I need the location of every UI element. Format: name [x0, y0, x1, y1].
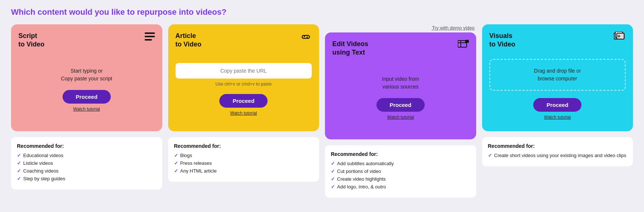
- svg-rect-2: [145, 39, 152, 41]
- edit-recommended-section: Recommended for: ✓ Add subtitles automat…: [325, 145, 476, 198]
- edit-recommended-title: Recommended for:: [331, 151, 470, 157]
- article-rec-item-0: ✓ Blogs: [174, 153, 314, 158]
- edit-card-title: Edit Videos using Text: [332, 40, 368, 57]
- script-watch-tutorial-link[interactable]: Watch tutorial: [73, 107, 100, 112]
- article-card-header: Article to Video: [176, 32, 312, 49]
- script-proceed-button[interactable]: Proceed: [63, 90, 111, 104]
- edit-rec-item-1: ✓ Cut portions of video: [331, 168, 470, 174]
- script-recommended-title: Recommended for:: [17, 143, 156, 149]
- edit-card: Edit Videos using Text Input video from …: [325, 32, 476, 139]
- check-icon-3: ✓: [17, 176, 21, 181]
- visuals-card-outer: Visuals to Video Drag and drop file or b…: [482, 24, 633, 166]
- check-icon-a0: ✓: [174, 153, 178, 158]
- check-icon-a1: ✓: [174, 160, 178, 166]
- check-icon-a2: ✓: [174, 168, 178, 174]
- article-recommended-section: Recommended for: ✓ Blogs ✓ Press release…: [168, 137, 319, 182]
- edit-btn-container: Proceed Watch tutorial: [376, 98, 425, 120]
- script-rec-item-1: ✓ Listicle videos: [17, 160, 156, 166]
- check-icon-e3: ✓: [331, 184, 335, 190]
- edit-card-content: Input video from various sources Proceed…: [332, 63, 469, 132]
- visuals-icon: [614, 32, 626, 44]
- script-card-title: Script to Video: [18, 32, 45, 49]
- visuals-rec-item-0: ✓ Create short videos using your existin…: [488, 153, 627, 158]
- script-content-text: Start typing or Copy paste your script: [61, 67, 112, 83]
- article-rec-item-1: ✓ Press releases: [174, 160, 314, 166]
- edit-card-outer: Try with demo video Edit Videos using Te…: [325, 24, 476, 198]
- article-proceed-button[interactable]: Proceed: [219, 94, 268, 108]
- script-card-content: Start typing or Copy paste your script P…: [18, 55, 155, 124]
- edit-proceed-button[interactable]: Proceed: [376, 98, 425, 112]
- visuals-card: Visuals to Video Drag and drop file or b…: [482, 24, 633, 131]
- script-rec-item-3: ✓ Step by step guides: [17, 176, 156, 181]
- article-card-content: Use ctrl+v or cmd+v to paste Proceed Wat…: [176, 55, 312, 124]
- check-icon-e1: ✓: [331, 168, 335, 174]
- url-input-wrapper: [176, 63, 312, 79]
- edit-content-text: Input video from various sources: [382, 75, 419, 91]
- visuals-card-content: Drag and drop file or browse computer Pr…: [489, 55, 626, 124]
- article-recommended-title: Recommended for:: [174, 143, 314, 149]
- check-icon-0: ✓: [17, 153, 21, 158]
- edit-rec-item-0: ✓ Add subtitles automatically: [331, 161, 470, 166]
- svg-rect-6: [465, 40, 469, 43]
- cards-container: Script to Video Start typing or Copy pas…: [11, 24, 633, 198]
- script-rec-item-2: ✓ Coaching videos: [17, 168, 156, 174]
- script-card-header: Script to Video: [18, 32, 155, 49]
- demo-link[interactable]: Try with demo video: [432, 25, 475, 31]
- edit-watch-tutorial-link[interactable]: Watch tutorial: [387, 115, 414, 120]
- url-hint: Use ctrl+v or cmd+v to paste: [215, 81, 272, 87]
- visuals-recommended-section: Recommended for: ✓ Create short videos u…: [482, 137, 633, 166]
- script-icon: [145, 32, 155, 43]
- demo-link-wrapper: Try with demo video: [325, 24, 476, 31]
- visuals-watch-tutorial-link[interactable]: Watch tutorial: [544, 115, 571, 120]
- edit-rec-item-3: ✓ Add logo, intro, & outro: [331, 184, 470, 190]
- script-btn-container: Proceed Watch tutorial: [63, 90, 111, 112]
- page-title: Which content would you like to repurpos…: [11, 7, 633, 17]
- script-card-outer: Script to Video Start typing or Copy pas…: [11, 24, 162, 190]
- visuals-card-title: Visuals to Video: [489, 32, 516, 49]
- script-recommended-section: Recommended for: ✓ Educational videos ✓ …: [11, 137, 162, 190]
- svg-rect-0: [145, 32, 155, 34]
- article-card-title: Article to Video: [176, 32, 202, 49]
- drop-zone[interactable]: Drag and drop file or browse computer: [489, 59, 626, 91]
- edit-card-header: Edit Videos using Text: [332, 40, 469, 57]
- url-input[interactable]: [181, 68, 306, 74]
- script-rec-item-0: ✓ Educational videos: [17, 153, 156, 158]
- edit-rec-item-2: ✓ Create video highlights: [331, 176, 470, 182]
- check-icon-e2: ✓: [331, 176, 335, 182]
- visuals-btn-container: Proceed Watch tutorial: [533, 98, 581, 120]
- script-card: Script to Video Start typing or Copy pas…: [11, 24, 162, 131]
- check-icon-1: ✓: [17, 160, 21, 166]
- link-icon: [300, 32, 312, 43]
- check-icon-2: ✓: [17, 168, 21, 174]
- svg-rect-1: [145, 36, 155, 37]
- visuals-recommended-title: Recommended for:: [488, 143, 627, 149]
- article-btn-container: Proceed Watch tutorial: [219, 94, 268, 116]
- check-icon-v0: ✓: [488, 153, 492, 158]
- visuals-proceed-button[interactable]: Proceed: [533, 98, 581, 112]
- article-card: Article to Video Use ctrl+v or cmd+v to …: [168, 24, 319, 131]
- article-watch-tutorial-link[interactable]: Watch tutorial: [230, 111, 257, 116]
- check-icon-e0: ✓: [331, 161, 335, 166]
- visuals-card-header: Visuals to Video: [489, 32, 626, 49]
- article-card-outer: Article to Video Use ctrl+v or cmd+v to …: [168, 24, 319, 182]
- video-edit-icon: [458, 40, 469, 52]
- article-rec-item-2: ✓ Any HTML article: [174, 168, 314, 174]
